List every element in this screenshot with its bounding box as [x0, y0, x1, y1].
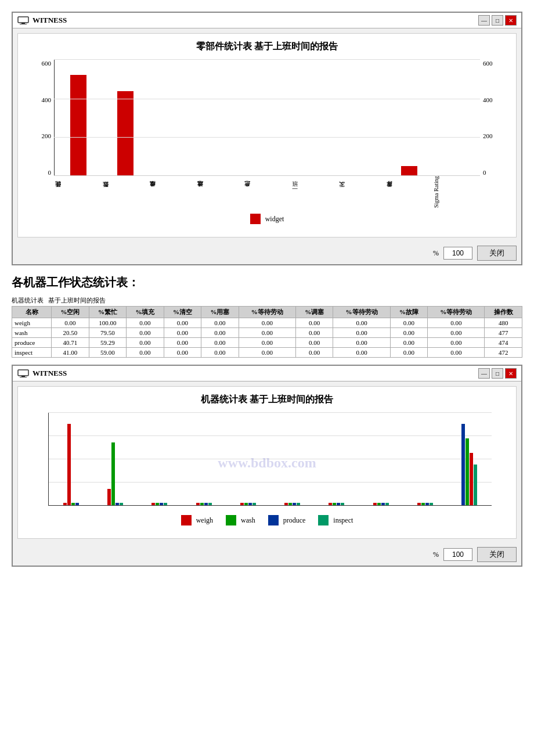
window-machine-stats: WITNESS — □ ✕ www.bdbox.com 机器统计表 基于上班时间… — [12, 365, 522, 567]
machine-chart-container — [48, 413, 492, 506]
svg-rect-3 — [18, 370, 28, 376]
chart-title-2: 机器统计表 基于上班时间的报告 — [25, 394, 509, 406]
legend-color-widget — [250, 214, 261, 224]
col-header-busy: %繁忙 — [89, 307, 126, 318]
cell-weigh-wl1: 0.00 — [239, 318, 295, 328]
cell-produce-ops: 474 — [485, 338, 522, 348]
cell-produce-adj: 0.00 — [295, 338, 333, 348]
cell-wash-wl3: 0.00 — [428, 328, 485, 338]
bar-1 — [70, 75, 86, 175]
window-controls-1: — □ ✕ — [478, 15, 517, 26]
bars-container-1 — [54, 60, 480, 176]
close-button-1[interactable]: ✕ — [505, 15, 517, 26]
col-header-waitlabor2: %等待劳动 — [333, 307, 390, 318]
cell-inspect-idle: 41.00 — [52, 348, 89, 358]
machine-group-6 — [270, 413, 314, 505]
window-controls-2: — □ ✕ — [478, 368, 517, 379]
col-header-adjust: %调塞 — [295, 307, 333, 318]
minimize-button-2[interactable]: — — [478, 368, 490, 379]
chart-wrapper-2 — [31, 413, 503, 506]
close-button-2[interactable]: ✕ — [505, 368, 517, 379]
cell-weigh-fill: 0.00 — [127, 318, 164, 328]
machine-group-5 — [226, 413, 270, 505]
footer-1: % 关闭 — [13, 242, 521, 264]
cell-wash-idle: 20.50 — [52, 328, 89, 338]
bar-group-1 — [55, 60, 102, 175]
cell-wash-wl2: 0.00 — [333, 328, 390, 338]
cell-inspect-ops: 472 — [485, 348, 522, 358]
cell-weigh-wl3: 0.00 — [428, 318, 485, 328]
col-header-empty: %清空 — [164, 307, 201, 318]
cell-produce-fill: 0.00 — [127, 338, 164, 348]
mbar-3-3 — [160, 503, 163, 505]
table-row-weigh: weigh 0.00 100.00 0.00 0.00 0.00 0.00 0.… — [12, 318, 522, 328]
section-heading: 各机器工作状态统计表： — [12, 275, 522, 290]
legend-label-wash: wash — [241, 516, 255, 525]
col-header-ops: 操作数 — [485, 307, 522, 318]
app-title-2: WITNESS — [33, 369, 67, 378]
cell-inspect-blocked: 0.00 — [201, 348, 239, 358]
window-parts-stats: WITNESS — □ ✕ 零部件统计表 基于上班时间的报告 0 200 400… — [12, 12, 522, 265]
svg-rect-4 — [21, 376, 25, 377]
table-body: weigh 0.00 100.00 0.00 0.00 0.00 0.00 0.… — [12, 318, 522, 358]
legend-color-produce — [268, 515, 279, 525]
mbar-10-2 — [466, 438, 469, 505]
legend-label-inspect: inspect — [333, 516, 353, 525]
bar-group-3 — [149, 60, 196, 175]
svg-rect-2 — [20, 24, 27, 24]
mbar-2-2 — [111, 442, 115, 505]
table-head: 名称 %空闲 %繁忙 %填充 %清空 %用塞 %等待劳动 %调塞 %等待劳动 %… — [12, 307, 522, 318]
legend-color-inspect — [318, 515, 329, 525]
mbar-1-1 — [63, 503, 67, 505]
cell-inspect-wl2: 0.00 — [333, 348, 390, 358]
table-row-produce: produce 40.71 59.29 0.00 0.00 0.00 0.00 … — [12, 338, 522, 348]
close-btn-1[interactable]: 关闭 — [477, 246, 517, 261]
x-label-9: Sigma Rating — [433, 176, 481, 208]
legend-label-produce: produce — [283, 516, 306, 525]
cell-wash-blocked: 0.00 — [201, 328, 239, 338]
cell-weigh-name: weigh — [12, 318, 52, 328]
legend-label-widget: widget — [265, 215, 284, 224]
x-label-1: 工件统计 — [54, 176, 102, 208]
machine-group-8 — [359, 413, 403, 505]
mbar-3-2 — [156, 503, 159, 505]
legend-2: weigh wash produce inspect — [25, 515, 509, 525]
cell-inspect-wl1: 0.00 — [239, 348, 295, 358]
cell-weigh-idle: 0.00 — [52, 318, 89, 328]
cell-produce-name: produce — [12, 338, 52, 348]
restore-button-2[interactable]: □ — [492, 368, 503, 379]
zoom-input-1[interactable] — [443, 247, 472, 260]
mbar-1-3 — [71, 503, 75, 505]
cell-weigh-blocked: 0.00 — [201, 318, 239, 328]
x-label-7: 工次 — [338, 176, 385, 208]
cell-wash-empty: 0.00 — [164, 328, 201, 338]
cell-produce-fault: 0.00 — [390, 338, 427, 348]
restore-button-1[interactable]: □ — [492, 15, 503, 26]
cell-produce-wl1: 0.00 — [239, 338, 295, 348]
cell-inspect-wl3: 0.00 — [428, 348, 485, 358]
table-header-row: 名称 %空闲 %繁忙 %填充 %清空 %用塞 %等待劳动 %调塞 %等待劳动 %… — [12, 307, 522, 318]
y-axis-left: 0 200 400 600 — [31, 60, 51, 176]
zoom-input-2[interactable] — [443, 548, 472, 561]
titlebar-2: WITNESS — □ ✕ — [13, 366, 521, 381]
close-btn-2[interactable]: 关闭 — [477, 547, 517, 562]
cell-wash-fill: 0.00 — [127, 328, 164, 338]
witness-icon-2 — [17, 369, 29, 377]
machine-stats-table: 名称 %空闲 %繁忙 %填充 %清空 %用塞 %等待劳动 %调塞 %等待劳动 %… — [12, 306, 522, 358]
cell-wash-wl1: 0.00 — [239, 328, 295, 338]
table-header-text: 机器统计表 基于上班时间的报告 — [12, 296, 522, 305]
cell-weigh-wl2: 0.00 — [333, 318, 390, 328]
col-header-fill: %填充 — [127, 307, 164, 318]
machine-group-4 — [182, 413, 226, 505]
cell-wash-busy: 79.50 — [89, 328, 126, 338]
machine-bars-container — [48, 413, 492, 506]
cell-produce-blocked: 0.00 — [201, 338, 239, 348]
machine-group-1 — [49, 413, 93, 505]
cell-produce-wl2: 0.00 — [333, 338, 390, 348]
cell-produce-busy: 59.29 — [89, 338, 126, 348]
bar-group-7 — [338, 60, 385, 175]
x-label-6: 一班 — [291, 176, 338, 208]
cell-weigh-ops: 480 — [485, 318, 522, 328]
minimize-button-1[interactable]: — — [478, 15, 490, 26]
cell-wash-adj: 0.00 — [295, 328, 333, 338]
